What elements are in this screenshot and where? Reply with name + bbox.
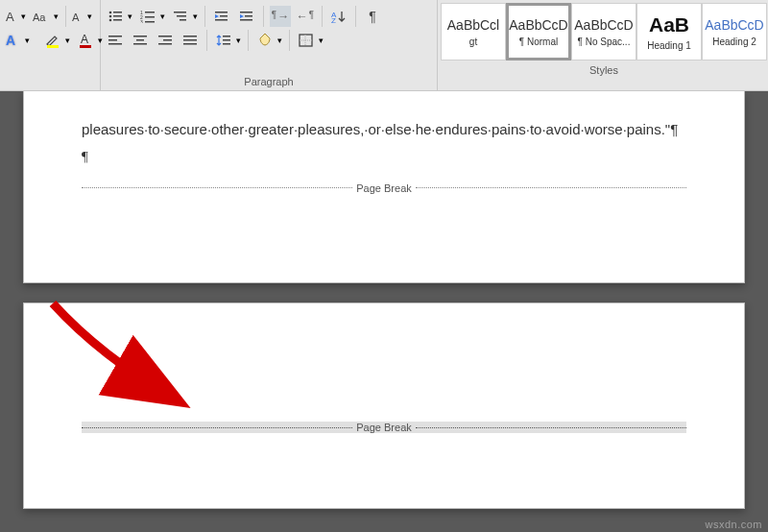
svg-rect-34 <box>136 39 144 41</box>
sort-button[interactable]: AZ <box>328 6 349 27</box>
change-case-icon: A̲ <box>72 6 85 27</box>
align-left-button[interactable] <box>105 30 126 51</box>
svg-rect-4 <box>47 45 59 48</box>
svg-text:A: A <box>6 10 14 23</box>
chevron-down-icon: ▾ <box>85 12 93 21</box>
svg-rect-37 <box>163 39 172 41</box>
svg-rect-30 <box>108 36 122 37</box>
show-marks-button[interactable]: ¶ <box>362 6 383 27</box>
increase-indent-button[interactable] <box>236 6 257 27</box>
font-color-dropdown[interactable]: A ▾ <box>75 30 104 51</box>
page-break-marker-selected[interactable]: Page Break <box>82 422 686 433</box>
style-name: gt <box>469 36 477 47</box>
styles-gallery[interactable]: AaBbCcl gt AaBbCcD ¶ Normal AaBbCcD ¶ No… <box>440 2 768 61</box>
chevron-down-icon: ▾ <box>234 36 242 45</box>
chevron-down-icon: ▾ <box>23 36 31 45</box>
svg-rect-25 <box>240 12 252 13</box>
svg-rect-32 <box>108 43 122 45</box>
font-group-label <box>4 73 96 90</box>
borders-icon <box>296 30 317 51</box>
font-size-dropdown[interactable]: Aa ▾ <box>31 6 60 27</box>
style-name: ¶ Normal <box>519 36 558 47</box>
page-break-label: Page Break <box>352 422 415 433</box>
chevron-down-icon: ▾ <box>19 12 27 21</box>
svg-text:A: A <box>81 33 88 46</box>
align-center-button[interactable] <box>130 30 151 51</box>
style-tile-heading-1[interactable]: AaB Heading 1 <box>636 3 702 60</box>
style-sample: AaBbCcD <box>574 17 633 33</box>
svg-rect-38 <box>158 43 172 45</box>
svg-text:A̲: A̲ <box>72 12 80 23</box>
style-sample: AaB <box>649 13 689 36</box>
svg-rect-10 <box>113 15 122 17</box>
svg-rect-44 <box>223 43 230 45</box>
line-spacing-dropdown[interactable]: ▾ <box>213 30 242 51</box>
svg-text:A: A <box>6 33 15 48</box>
svg-rect-33 <box>133 36 147 37</box>
pilcrow-mark[interactable]: ¶ <box>82 149 686 165</box>
style-tile-normal[interactable]: AaBbCcD ¶ Normal <box>506 3 571 60</box>
svg-rect-26 <box>245 15 252 17</box>
bullets-dropdown[interactable]: ▾ <box>105 6 133 27</box>
style-tile-heading-2[interactable]: AaBbCcD Heading 2 <box>702 3 767 60</box>
svg-rect-6 <box>80 45 91 48</box>
numbering-icon: 123 <box>137 6 158 27</box>
shading-dropdown[interactable]: ▾ <box>254 30 283 51</box>
svg-rect-36 <box>158 36 172 37</box>
styles-group-label: Styles <box>440 61 768 79</box>
text-effects-icon: A <box>4 30 23 51</box>
rtl-button[interactable]: ←¶ <box>295 6 316 27</box>
page-break-line <box>416 427 686 428</box>
svg-rect-43 <box>223 39 230 41</box>
svg-rect-19 <box>174 12 186 13</box>
decrease-indent-button[interactable] <box>211 6 232 27</box>
svg-rect-24 <box>215 19 228 21</box>
page-1[interactable]: pleasures·to·secure·other·greater·pleasu… <box>23 91 745 283</box>
style-name: Heading 1 <box>647 40 691 51</box>
chevron-down-icon: ▾ <box>158 12 166 21</box>
watermark: wsxdn.com <box>705 519 762 530</box>
ribbon: A ▾ Aa ▾ A̲ ▾ <box>0 0 768 91</box>
svg-rect-21 <box>180 19 186 21</box>
style-name: Heading 2 <box>712 36 756 47</box>
svg-point-7 <box>109 12 112 14</box>
font-group: A ▾ Aa ▾ A̲ ▾ <box>0 0 101 90</box>
style-tile-no-spacing[interactable]: AaBbCcD ¶ No Spac... <box>571 3 636 60</box>
ltr-icon: ¶→ <box>270 6 291 27</box>
svg-rect-22 <box>215 12 228 13</box>
svg-rect-12 <box>113 19 122 21</box>
page-break-label: Page Break <box>352 182 415 194</box>
borders-dropdown[interactable]: ▾ <box>296 30 324 51</box>
font-dropdown[interactable]: A ▾ <box>4 6 27 27</box>
chevron-down-icon: ▾ <box>52 12 60 21</box>
svg-rect-8 <box>113 12 122 13</box>
font-size-icon: Aa <box>31 6 52 27</box>
chevron-down-icon: ▾ <box>276 36 283 45</box>
highlight-dropdown[interactable]: ▾ <box>42 30 71 51</box>
paragraph-text[interactable]: pleasures·to·secure·other·greater·pleasu… <box>82 120 686 139</box>
chevron-down-icon: ▾ <box>63 36 71 45</box>
svg-point-9 <box>109 15 112 18</box>
chevron-down-icon: ▾ <box>191 12 199 21</box>
sort-icon: AZ <box>328 6 349 27</box>
text-effects-dropdown[interactable]: A ▾ <box>4 30 31 51</box>
font-icon: A <box>4 6 19 27</box>
svg-rect-35 <box>133 43 147 45</box>
svg-text:Z: Z <box>331 16 336 23</box>
change-case-dropdown[interactable]: A̲ ▾ <box>72 6 93 27</box>
style-sample: AaBbCcD <box>509 17 567 33</box>
multilevel-dropdown[interactable]: ▾ <box>170 6 199 27</box>
page-2[interactable]: Page Break <box>23 302 745 509</box>
justify-button[interactable] <box>180 30 201 51</box>
svg-rect-39 <box>183 36 197 37</box>
numbering-dropdown[interactable]: 123 ▾ <box>137 6 166 27</box>
svg-rect-41 <box>183 43 197 45</box>
svg-rect-14 <box>145 12 155 13</box>
svg-point-11 <box>109 19 112 22</box>
style-tile-gt[interactable]: AaBbCcl gt <box>441 3 506 60</box>
highlight-icon <box>42 30 63 51</box>
align-right-button[interactable] <box>155 30 176 51</box>
page-break-marker[interactable]: Page Break <box>82 182 686 194</box>
svg-rect-27 <box>240 19 252 21</box>
ltr-button[interactable]: ¶→ <box>270 6 291 27</box>
